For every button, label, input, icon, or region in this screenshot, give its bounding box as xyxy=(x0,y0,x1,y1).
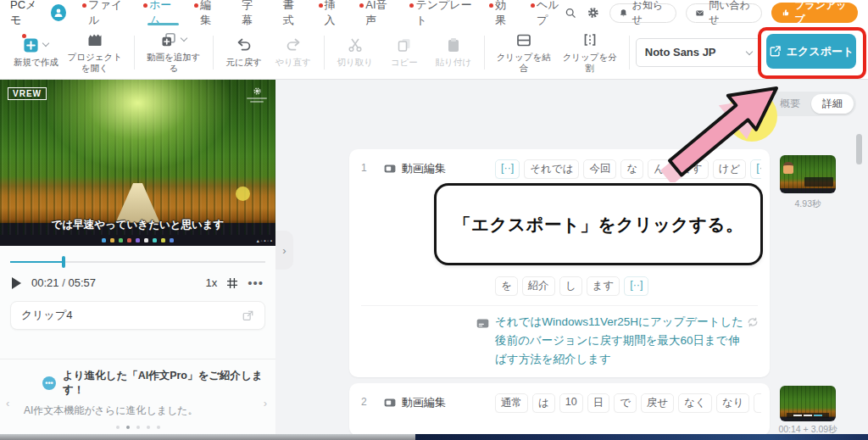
clip-row-2[interactable]: 2 動画編集 通常は10日で戻せなくなりますが[··] xyxy=(349,383,770,436)
word-chip[interactable]: なく xyxy=(678,393,712,413)
gear-icon xyxy=(253,86,262,96)
font-family-value: Noto Sans JP xyxy=(645,46,716,58)
row-type: 動画編集 xyxy=(383,159,495,176)
word-chip[interactable]: 日 xyxy=(587,393,610,413)
menu-item-挿入[interactable]: 挿入 xyxy=(325,0,343,25)
taskbar-app-icon xyxy=(161,238,165,242)
carousel-dot[interactable] xyxy=(136,426,140,429)
seek-handle[interactable] xyxy=(62,256,65,268)
video-preview[interactable]: VREW では早速やっていきたいと思います ▴ ◦ ▪ ◦ ▪ xyxy=(0,80,275,246)
carousel-dot[interactable] xyxy=(157,426,160,429)
word-chip[interactable]: 10 xyxy=(559,393,583,413)
clip-thumbnail-2[interactable] xyxy=(780,386,836,421)
word-chip[interactable]: [··] xyxy=(624,276,648,296)
word-chip[interactable]: それでは xyxy=(524,159,579,179)
grid-icon[interactable] xyxy=(225,276,239,290)
playback-speed[interactable]: 1x xyxy=(206,276,218,289)
split-clips-button[interactable]: クリップを分割 xyxy=(557,31,623,73)
carousel-dot[interactable] xyxy=(147,426,150,429)
word-chip[interactable]: ん xyxy=(648,159,670,179)
notification-dot xyxy=(194,3,198,8)
panel-collapse-button[interactable]: › xyxy=(275,231,293,270)
word-chip[interactable]: なり xyxy=(716,393,750,413)
word-chip[interactable]: 戻せ xyxy=(641,393,674,413)
seek-bar[interactable] xyxy=(10,256,265,268)
more-options-icon[interactable]: ••• xyxy=(248,276,264,290)
refresh-icon[interactable] xyxy=(746,315,760,329)
time-separator: / xyxy=(62,276,65,289)
view-toggle-overview[interactable]: 概要 xyxy=(769,94,811,114)
menu-item-字幕[interactable]: 字幕 xyxy=(242,0,260,25)
word-chip[interactable]: です xyxy=(675,159,709,179)
word-chip[interactable]: 紹介 xyxy=(522,276,555,296)
word-chips: を紹介します[··] xyxy=(495,276,648,296)
search-icon[interactable] xyxy=(565,6,577,20)
copy-button[interactable]: コピー xyxy=(380,36,429,68)
paste-button[interactable]: 貼り付け xyxy=(429,36,478,68)
carousel-dot[interactable] xyxy=(116,426,120,429)
toolbar-divider xyxy=(629,36,630,70)
taskbar-app-icon xyxy=(102,238,106,242)
vrew-app-window: PCメモ ファイルホーム編集字幕書式挿入AI音声テンプレート効果ヘルプ お知らせ… xyxy=(0,0,868,440)
menu-item-効果[interactable]: 効果 xyxy=(495,0,514,25)
carousel-dot[interactable] xyxy=(126,426,130,429)
scrollbar-thumb[interactable] xyxy=(856,134,862,164)
promo-header: ••• より進化した「AI作文Pro」をご紹介します！ xyxy=(0,369,275,398)
word-chip[interactable]: 今回 xyxy=(583,159,616,179)
taskbar-app-icon xyxy=(127,238,131,242)
notification-dot xyxy=(82,3,86,8)
split-clips-label: クリップを分割 xyxy=(560,52,620,73)
promo-banner: ••• より進化した「AI作文Pro」をご紹介します！ AI作文本機能がさらに進… xyxy=(0,359,275,434)
word-chip[interactable]: 通常 xyxy=(495,393,528,413)
notification-dot xyxy=(409,3,414,8)
user-avatar[interactable] xyxy=(51,4,66,21)
word-chip[interactable]: ます xyxy=(754,393,761,413)
undo-label: 元に戻す xyxy=(226,57,263,68)
word-chip[interactable]: [··] xyxy=(495,159,520,179)
menu-item-ヘルプ[interactable]: ヘルプ xyxy=(537,0,565,25)
video-caption-text: では早速やっていきたいと思います xyxy=(0,218,275,232)
notifications-button[interactable]: お知らせ xyxy=(609,3,677,23)
menu-item-書式[interactable]: 書式 xyxy=(283,0,302,25)
playback-time: 00:21 / 05:57 xyxy=(31,276,96,289)
word-chip[interactable]: けど xyxy=(713,159,747,179)
contact-button[interactable]: 問い合わせ xyxy=(686,3,762,23)
promo-prev-arrow[interactable]: ‹ xyxy=(6,397,9,409)
word-chip[interactable]: し xyxy=(559,276,582,296)
create-new-button[interactable]: 新規で作成 xyxy=(10,36,62,68)
undo-button[interactable]: 元に戻す xyxy=(220,36,269,68)
clip-name-card[interactable]: クリップ4 xyxy=(10,301,265,330)
redo-button[interactable]: やり直す xyxy=(269,36,318,68)
export-button[interactable]: エクスポート xyxy=(766,34,856,69)
gear-icon[interactable] xyxy=(587,5,600,20)
font-family-select[interactable]: Noto Sans JP xyxy=(636,38,761,67)
add-video-button[interactable]: 動画を追加する xyxy=(141,31,207,73)
word-chip[interactable]: で xyxy=(614,393,637,413)
open-project-button[interactable]: プロジェクトを開く xyxy=(62,31,128,73)
external-link-icon[interactable] xyxy=(242,309,254,322)
view-toggle-detail[interactable]: 詳細 xyxy=(811,94,854,114)
word-chip[interactable]: な xyxy=(620,159,643,179)
menu-item-AI音声[interactable]: AI音声 xyxy=(365,0,392,25)
menu-item-ホーム[interactable]: ホーム xyxy=(149,0,177,25)
clip-thumbnail-1[interactable] xyxy=(780,155,836,193)
video-taskbar: ▴ ◦ ▪ ◦ ▪ xyxy=(0,235,275,246)
menu-item-ファイル[interactable]: ファイル xyxy=(88,0,126,25)
plan-upgrade-button[interactable]: プランアップ xyxy=(771,3,858,23)
play-button[interactable] xyxy=(12,277,21,289)
word-chip[interactable]: ます xyxy=(587,276,620,296)
merge-clips-button[interactable]: クリップを結合 xyxy=(491,31,557,73)
menu-item-編集[interactable]: 編集 xyxy=(200,0,219,25)
word-chip[interactable]: [··] xyxy=(750,159,761,179)
promo-subtitle: AI作文本機能がさらに進化しました。 xyxy=(0,398,275,418)
word-chip[interactable]: を xyxy=(495,276,518,296)
word-chip[interactable]: は xyxy=(532,393,555,413)
cut-button[interactable]: 切り取り xyxy=(331,36,380,68)
promo-next-arrow[interactable]: › xyxy=(264,397,267,409)
menu-item-label: ヘルプ xyxy=(537,0,565,28)
top-menu-bar: PCメモ ファイルホーム編集字幕書式挿入AI音声テンプレート効果ヘルプ お知らせ… xyxy=(0,0,868,25)
subtitle-text[interactable]: それではWindows11Ver25Hにアップデートした後前のバージョンに戻す期… xyxy=(495,313,748,369)
menu-item-テンプレート[interactable]: テンプレート xyxy=(415,0,472,25)
thumbs-up-icon xyxy=(782,8,790,18)
menu-item-label: テンプレート xyxy=(415,0,472,28)
